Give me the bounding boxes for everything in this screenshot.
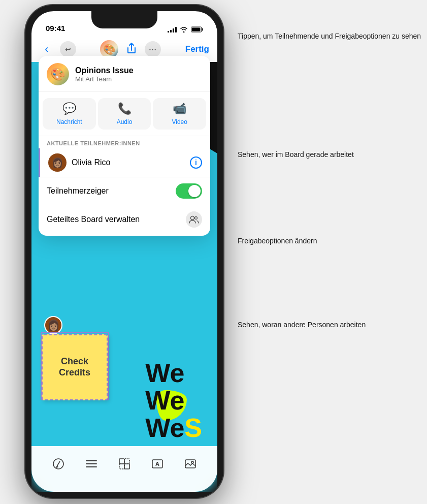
teilnehmerzeiger-toggle[interactable] [176, 183, 202, 199]
svg-point-4 [195, 217, 198, 219]
video-label: Video [172, 118, 187, 125]
message-label: Nachricht [56, 118, 82, 125]
video-icon: 📹 [173, 102, 186, 115]
annotation-2: Sehen, wer im Board gerade arbeitet [238, 150, 354, 160]
message-icon: 💬 [62, 102, 76, 115]
text-tool-button[interactable] [85, 459, 97, 469]
popup-header: 🎨 Opinions Issue Mit Art Team [39, 56, 210, 92]
popup-actions: 💬 Nachricht 📞 Audio 📹 Video [39, 92, 210, 136]
svg-rect-2 [192, 28, 201, 32]
more-button[interactable]: ●●● [145, 41, 161, 57]
more-icon: ●●● [149, 48, 157, 51]
image-tool-button[interactable] [184, 458, 196, 470]
audio-icon: 📞 [118, 102, 132, 115]
phone-screen: 09:41 [31, 11, 217, 492]
textbox-icon: A [151, 458, 163, 470]
we-line-2: We [145, 387, 202, 414]
annotation-3: Freigabeoptionen ändern [238, 236, 317, 246]
shapes-icon [118, 458, 130, 470]
svg-rect-12 [119, 464, 124, 469]
popup-title: Opinions Issue [75, 66, 202, 75]
participant-row: 👩🏽 Olivia Rico i [39, 148, 210, 177]
status-time: 09:41 [46, 24, 65, 33]
svg-point-16 [191, 461, 193, 463]
video-action-button[interactable]: 📹 Video [153, 98, 206, 130]
battery-icon [191, 26, 203, 33]
pen-icon [52, 458, 64, 470]
undo-button[interactable]: ↩ [60, 41, 76, 57]
shapes-tool-button[interactable] [118, 458, 130, 470]
we-line-3: WeS [145, 415, 202, 441]
image-icon [184, 458, 196, 470]
phone-frame: 09:41 [25, 5, 223, 498]
share-icon [126, 43, 137, 54]
toolbar-left: ‹ ↩ [40, 41, 76, 57]
sticky-note[interactable]: Check Credits [42, 334, 108, 400]
participant-avatar: 👩🏽 [48, 153, 67, 172]
we-line-1: We [145, 360, 202, 386]
manage-row: Geteiltes Board verwalten [39, 205, 210, 234]
list-icon [85, 459, 97, 469]
svg-rect-11 [124, 459, 129, 464]
annotation-1: Tippen, um Teilnehmende und Freigabeopti… [238, 32, 421, 42]
toggle-label: Teilnehmerzeiger [47, 186, 176, 196]
back-button[interactable]: ‹ [40, 42, 54, 56]
wifi-icon [180, 26, 188, 33]
bottom-toolbar: A [31, 446, 217, 492]
participants-section-label: AKTUELLE TEILNEHMER:INNEN [39, 136, 210, 148]
svg-rect-1 [202, 28, 203, 31]
people-icon [189, 215, 199, 224]
audio-label: Audio [117, 118, 133, 125]
status-icons [168, 26, 203, 33]
undo-icon: ↩ [65, 45, 71, 53]
sticky-note-text: Check Credits [49, 356, 101, 378]
we-text: We We WeS [145, 360, 202, 441]
annotation-4: Sehen, woran andere Personen arbeiten [238, 320, 366, 330]
notch [91, 11, 157, 28]
participant-info-button[interactable]: i [190, 156, 202, 169]
message-action-button[interactable]: 💬 Nachricht [43, 98, 96, 130]
pen-tool-button[interactable] [52, 458, 64, 470]
popup-avatar: 🎨 [47, 63, 69, 85]
popup-card: 🎨 Opinions Issue Mit Art Team 💬 Nachrich… [39, 56, 210, 236]
audio-action-button[interactable]: 📞 Audio [98, 98, 151, 130]
popup-subtitle: Mit Art Team [75, 75, 202, 83]
textbox-tool-button[interactable]: A [151, 458, 163, 470]
svg-text:A: A [155, 461, 159, 467]
toggle-row: Teilnehmerzeiger [39, 177, 210, 205]
svg-point-3 [191, 216, 194, 220]
svg-rect-10 [124, 464, 129, 469]
done-button[interactable]: Fertig [185, 44, 209, 54]
manage-label: Geteiltes Board verwalten [47, 215, 186, 224]
annotation-area: Tippen, um Teilnehmende und Freigabeopti… [228, 5, 421, 498]
participant-name: Olivia Rico [72, 158, 185, 167]
manage-icon-button[interactable] [186, 211, 202, 228]
signal-icon [168, 26, 177, 33]
popup-header-text: Opinions Issue Mit Art Team [75, 66, 202, 83]
svg-rect-9 [119, 459, 124, 464]
share-button[interactable] [126, 43, 137, 56]
toggle-knob [188, 185, 201, 197]
